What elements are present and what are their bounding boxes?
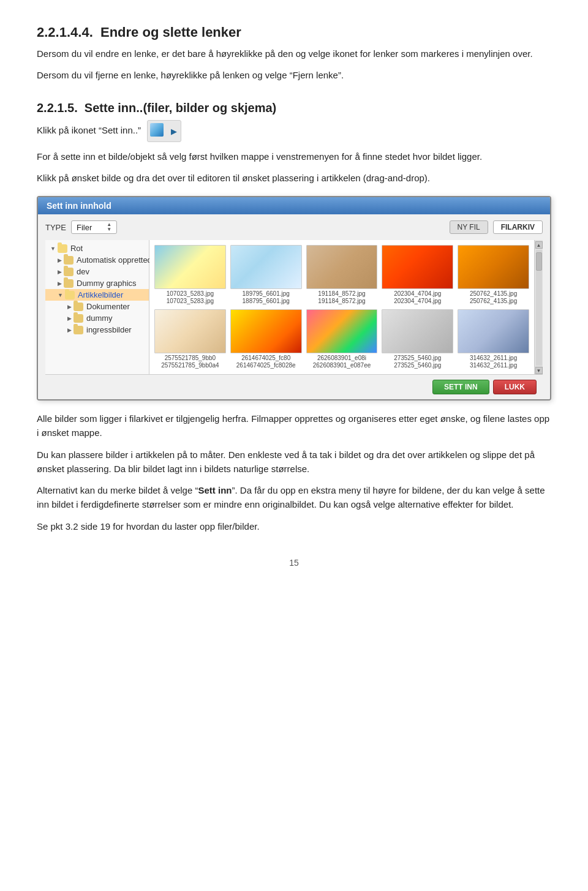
grid-image xyxy=(382,245,453,289)
intro-p1: Dersom du vil endre en lenke, er det bar… xyxy=(37,47,551,61)
expand-rot: ▼ xyxy=(50,246,56,252)
expand-dummy2: ▶ xyxy=(67,315,72,321)
grid-image xyxy=(154,245,226,289)
scroll-track xyxy=(536,250,542,366)
tree-item-rot[interactable]: ▼ Rot xyxy=(45,242,149,254)
sett-inn-icon xyxy=(147,120,181,142)
image-grid: 107023_5283.jpg107023_5283.jpg189795_660… xyxy=(149,240,534,374)
type-select[interactable]: Filer ▲▼ xyxy=(71,220,117,234)
grid-item[interactable]: 107023_5283.jpg107023_5283.jpg xyxy=(153,244,227,306)
grid-item[interactable]: 314632_2611.jpg314632_2611.jpg xyxy=(456,308,530,370)
dialog-body: TYPE Filer ▲▼ NY FIL FILARKIV ▼ Rot ▶ xyxy=(38,214,550,399)
folder-icon-ingressbilder xyxy=(74,326,83,334)
tree-item-dummy2[interactable]: ▶ dummy xyxy=(45,312,149,324)
scroll-up-btn[interactable]: ▲ xyxy=(535,241,543,249)
grid-item[interactable]: 273525_5460.jpg273525_5460.jpg xyxy=(380,308,454,370)
grid-caption: 189795_6601.jpg188795_6601.jpg xyxy=(243,290,290,305)
section2-p2: For å sette inn et bilde/objekt så velg … xyxy=(37,149,551,164)
tree-item-dokumenter[interactable]: ▶ Dokumenter xyxy=(45,301,149,312)
expand-artikkelbilder: ▼ xyxy=(58,292,63,298)
expand-dokumenter: ▶ xyxy=(67,304,72,310)
folder-icon-artikkelbilder xyxy=(65,291,75,299)
grid-item[interactable]: 2626083901_e08i2626083901_e087ee xyxy=(305,308,379,370)
grid-image xyxy=(230,245,302,289)
folder-icon-dummy xyxy=(64,279,74,288)
dialog-content: ▼ Rot ▶ Automatisk opprettede filer ▶ de… xyxy=(45,240,543,374)
sett-inn-button[interactable]: SETT INN xyxy=(432,380,489,394)
grid-item[interactable]: 202304_4704.jpg202304_4704.jpg xyxy=(380,244,454,306)
expand-auto: ▶ xyxy=(58,257,62,263)
folder-icon-auto xyxy=(64,256,74,265)
tree-item-dummy[interactable]: ▶ Dummy graphics xyxy=(45,277,149,289)
grid-caption: 2614674025_fc802614674025_fc8028e xyxy=(236,355,296,369)
expand-dev: ▶ xyxy=(58,269,62,275)
ny-fil-button[interactable]: NY FIL xyxy=(450,220,488,234)
expand-ingressbilder: ▶ xyxy=(67,327,72,333)
body-p6: Alternativt kan du merke bildet å velge … xyxy=(37,483,551,512)
tree-item-auto[interactable]: ▶ Automatisk opprettede filer xyxy=(45,254,149,266)
folder-icon-dummy2 xyxy=(74,314,83,323)
tree-label-rot: Rot xyxy=(70,244,83,253)
grid-caption: 273525_5460.jpg273525_5460.jpg xyxy=(394,355,441,369)
grid-image xyxy=(306,309,378,353)
grid-item[interactable]: 250762_4135.jpg250762_4135.jpg xyxy=(456,244,530,306)
folder-icon-dev xyxy=(64,268,74,276)
type-arrows: ▲▼ xyxy=(107,222,111,232)
grid-caption: 107023_5283.jpg107023_5283.jpg xyxy=(167,290,214,305)
section2-p3: Klikk på ønsket bilde og dra det over ti… xyxy=(37,171,551,185)
body-p7: Se pkt 3.2 side 19 for hvordan du laster… xyxy=(37,519,551,533)
grid-caption: 2626083901_e08i2626083901_e087ee xyxy=(313,355,371,369)
grid-item[interactable]: 2575521785_9bb02575521785_9bb0a4 xyxy=(153,308,227,370)
grid-caption: 202304_4704.jpg202304_4704.jpg xyxy=(394,290,441,305)
grid-image xyxy=(154,309,226,353)
subsection-225: 2.2.1.5. Sette inn..(filer, bilder og sk… xyxy=(37,101,551,186)
page-number: 15 xyxy=(37,558,551,568)
grid-caption: 314632_2611.jpg314632_2611.jpg xyxy=(470,355,517,369)
grid-image xyxy=(230,309,302,353)
grid-item[interactable]: 189795_6601.jpg188795_6601.jpg xyxy=(229,244,303,306)
scroll-down-btn[interactable]: ▼ xyxy=(535,367,543,374)
tree-item-dev[interactable]: ▶ dev xyxy=(45,266,149,277)
lukk-button[interactable]: LUKK xyxy=(493,380,537,394)
tree-label-dev: dev xyxy=(77,267,89,276)
dialog-titlebar: Sett inn innhold xyxy=(38,197,550,214)
grid-caption: 250762_4135.jpg250762_4135.jpg xyxy=(470,290,517,305)
folder-icon-dokumenter xyxy=(74,303,83,311)
section-heading: 2.2.1.4.4. Endre og slette lenker xyxy=(37,24,551,40)
grid-image xyxy=(382,309,453,353)
type-label: TYPE xyxy=(45,223,66,232)
folder-icon-rot xyxy=(58,244,67,253)
section2-p1: Klikk på ikonet “Sett inn..” xyxy=(37,120,551,142)
tree-label-ingressbilder: ingressbilder xyxy=(86,325,132,334)
tree-label-artikkelbilder: Artikkelbilder xyxy=(78,290,123,299)
folder-tree: ▼ Rot ▶ Automatisk opprettede filer ▶ de… xyxy=(45,240,149,374)
sett-inn-bold: Sett inn xyxy=(198,485,232,495)
body-p1: Alle bilder som ligger i filarkivet er t… xyxy=(37,412,551,440)
tree-item-ingressbilder[interactable]: ▶ ingressbilder xyxy=(45,324,149,336)
grid-image xyxy=(458,245,529,289)
grid-caption: 191184_8572.jpg191184_8572.jpg xyxy=(318,290,365,305)
body-p3: Du kan plassere bilder i artikkelen på t… xyxy=(37,448,551,476)
expand-dummy: ▶ xyxy=(58,280,62,287)
tree-label-dokumenter: Dokumenter xyxy=(86,302,130,311)
grid-item[interactable]: 2614674025_fc802614674025_fc8028e xyxy=(229,308,303,370)
grid-image xyxy=(306,245,378,289)
dialog-topbar: TYPE Filer ▲▼ NY FIL FILARKIV xyxy=(45,220,543,234)
sett-inn-dialog: Sett inn innhold TYPE Filer ▲▼ NY FIL FI… xyxy=(37,196,551,400)
grid-image xyxy=(458,309,529,353)
scroll-thumb[interactable] xyxy=(536,252,542,271)
dialog-footer: SETT INN LUKK xyxy=(45,374,543,399)
intro-p2: Dersom du vil fjerne en lenke, høyreklik… xyxy=(37,68,551,82)
filarkiv-button[interactable]: FILARKIV xyxy=(493,220,543,234)
tree-label-dummy: Dummy graphics xyxy=(77,279,137,288)
grid-caption: 2575521785_9bb02575521785_9bb0a4 xyxy=(161,355,219,369)
subsection-heading: 2.2.1.5. Sette inn..(filer, bilder og sk… xyxy=(37,101,551,115)
dialog-scrollbar[interactable]: ▲ ▼ xyxy=(534,240,543,374)
grid-item[interactable]: 191184_8572.jpg191184_8572.jpg xyxy=(305,244,379,306)
tree-label-dummy2: dummy xyxy=(86,314,113,323)
tree-item-artikkelbilder[interactable]: ▼ Artikkelbilder xyxy=(45,289,149,301)
